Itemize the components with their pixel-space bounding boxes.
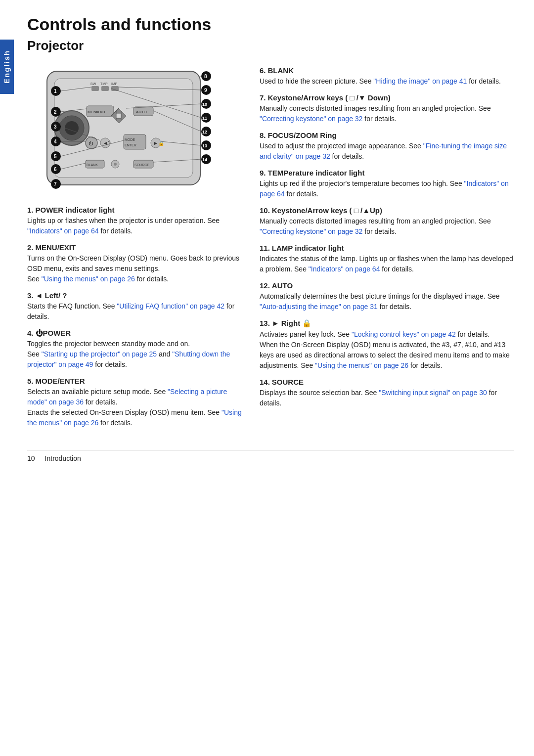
item-5-body: Selects an available picture setup mode.… [27, 387, 245, 428]
item-7-num: 7. [260, 93, 266, 102]
item-11: 11. LAMP indicator light Indicates the s… [260, 244, 514, 274]
item-13-label: ► Right 🔒 [272, 319, 312, 328]
item-9-link[interactable]: "Indicators" on page 64 [260, 179, 509, 198]
svg-text:3: 3 [54, 124, 57, 130]
item-5-link2[interactable]: "Using the menus" on page 26 [27, 408, 242, 427]
item-10-label: Keystone/Arrow keys ( □ /▲Up) [272, 206, 382, 215]
item-8-link[interactable]: "Fine-tuning the image size and clarity"… [260, 142, 507, 160]
item-7-link[interactable]: "Correcting keystone" on page 32 [260, 115, 362, 123]
item-11-label: LAMP indicator light [272, 244, 344, 252]
item-12-num: 12. [260, 281, 270, 290]
svg-text:11: 11 [202, 116, 207, 121]
item-6-body: Used to hide the screen picture. See "Hi… [260, 76, 514, 87]
item-4-body: Toggles the projector between standby mo… [27, 339, 245, 370]
left-item-list: 1. POWER indicator light Lights up or fl… [27, 206, 245, 428]
item-5: 5. MODE/ENTER Selects an available pictu… [27, 377, 245, 428]
svg-text:13: 13 [202, 143, 207, 148]
item-12-link[interactable]: "Auto-adjusting the image" on page 31 [260, 303, 378, 311]
svg-text:/EXIT: /EXIT [96, 110, 106, 114]
item-13-link2[interactable]: "Using the menus" on page 26 [315, 361, 408, 369]
item-3-num: 3. [27, 291, 34, 300]
svg-text:MODE: MODE [125, 138, 135, 141]
svg-text:SOURCE: SOURCE [134, 163, 149, 167]
svg-text:TMP: TMP [100, 82, 108, 86]
item-4-num: 4. [27, 329, 34, 337]
item-5-num: 5. [27, 377, 34, 385]
svg-text:14: 14 [202, 157, 207, 162]
right-item-list: 6. BLANK Used to hide the screen picture… [260, 66, 514, 408]
item-10-link[interactable]: "Correcting keystone" on page 32 [260, 227, 362, 235]
item-6-link[interactable]: "Hiding the image" on page 41 [373, 77, 467, 85]
item-13: 13. ► Right 🔒 Activates panel key lock. … [260, 319, 514, 371]
item-13-body: Activates panel key lock. See "Locking c… [260, 329, 514, 371]
page-footer: 10 Introduction [27, 450, 514, 462]
item-11-num: 11. [260, 244, 270, 252]
svg-text:►🔒: ►🔒 [153, 140, 165, 146]
svg-text:4: 4 [54, 139, 57, 144]
svg-rect-7 [111, 86, 119, 91]
svg-point-32 [114, 163, 117, 166]
item-2-label: MENU/EXIT [36, 243, 76, 252]
item-8-label: FOCUS/ZOOM Ring [268, 131, 337, 139]
item-10-body: Manually corrects distorted images resul… [260, 216, 514, 237]
item-9-label: TEMPerature indicator light [268, 169, 365, 177]
page-title: Controls and functions [27, 15, 514, 34]
item-2: 2. MENU/EXIT Turns on the On-Screen Disp… [27, 243, 245, 284]
svg-text:9: 9 [204, 88, 207, 93]
item-12: 12. AUTO Automatically determines the be… [260, 281, 514, 312]
item-1-body: Lights up or flashes when the projector … [27, 216, 245, 236]
svg-text:IMP: IMP [111, 82, 118, 86]
item-14: 14. SOURCE Displays the source selection… [260, 378, 514, 408]
item-6-num: 6. [260, 66, 266, 75]
svg-text:ENTER: ENTER [125, 143, 136, 147]
item-2-body: Turns on the On-Screen Display (OSD) men… [27, 253, 245, 284]
svg-text:5: 5 [54, 154, 57, 159]
item-3-label: ◄ Left/ ? [36, 291, 67, 300]
item-7-label: Keystone/Arrow keys ( □ /▼ Down) [268, 93, 391, 102]
item-1-link[interactable]: "Indicators" on page 64 [27, 227, 99, 235]
svg-text:6: 6 [54, 167, 57, 172]
svg-text:7: 7 [54, 181, 57, 187]
svg-point-4 [65, 121, 79, 135]
item-10-num: 10. [260, 206, 270, 215]
item-4: 4. ⏻POWER Toggles the projector between … [27, 329, 245, 370]
item-8-body: Used to adjust the projected image appea… [260, 141, 514, 162]
item-1: 1. POWER indicator light Lights up or fl… [27, 206, 245, 236]
language-tab: English [0, 40, 14, 94]
svg-text:2: 2 [54, 109, 57, 115]
item-5-label: MODE/ENTER [36, 377, 85, 385]
section-title: Projector [27, 38, 514, 53]
item-12-label: AUTO [272, 281, 293, 290]
item-14-body: Displays the source selection bar. See "… [260, 388, 514, 408]
item-2-link[interactable]: "Using the menus" on page 26 [42, 275, 135, 283]
svg-rect-5 [91, 86, 99, 91]
item-7-body: Manually corrects distorted images resul… [260, 103, 514, 124]
svg-text:BLANK: BLANK [87, 163, 98, 167]
item-13-link1[interactable]: "Locking control keys" on page 42 [352, 330, 456, 338]
item-14-link[interactable]: "Switching input signal" on page 30 [379, 389, 487, 397]
item-6: 6. BLANK Used to hide the screen picture… [260, 66, 514, 87]
left-column: BW TMP IMP MENU /EXIT [27, 61, 245, 435]
item-9-body: Lights up red if the projector's tempera… [260, 178, 514, 199]
item-5-link1[interactable]: "Selecting a picture mode" on page 36 [27, 388, 227, 406]
page-number: 10 [27, 454, 35, 462]
item-9: 9. TEMPerature indicator light Lights up… [260, 169, 514, 199]
item-4-link1[interactable]: "Starting up the projector" on page 25 [42, 350, 157, 358]
item-3: 3. ◄ Left/ ? Starts the FAQ function. Se… [27, 291, 245, 322]
item-1-label: POWER indicator light [36, 206, 115, 214]
svg-text:8: 8 [204, 74, 207, 79]
svg-rect-6 [101, 86, 109, 91]
item-9-num: 9. [260, 169, 266, 177]
item-14-num: 14. [260, 378, 270, 386]
item-8: 8. FOCUS/ZOOM Ring Used to adjust the pr… [260, 131, 514, 162]
item-13-num: 13. [260, 319, 270, 327]
projector-diagram: BW TMP IMP MENU /EXIT [27, 61, 225, 200]
footer-label: Introduction [45, 454, 81, 462]
item-14-label: SOURCE [272, 378, 304, 386]
item-11-link[interactable]: "Indicators" on page 64 [309, 265, 380, 273]
svg-text:◄?: ◄? [103, 140, 111, 146]
item-3-link[interactable]: "Utilizing FAQ function" on page 42 [117, 302, 224, 310]
item-2-num: 2. [27, 243, 34, 252]
item-11-body: Indicates the status of the lamp. Lights… [260, 254, 514, 274]
svg-text:1: 1 [54, 89, 57, 94]
